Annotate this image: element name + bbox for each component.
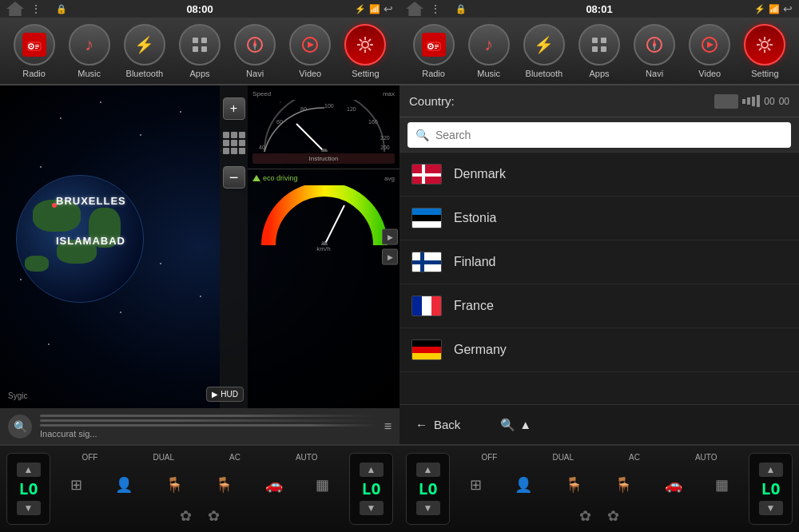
right-nav-item-setting[interactable]: Setting — [743, 24, 787, 78]
right-music-label: Music — [477, 69, 500, 78]
country-controls: 00 00 — [714, 94, 789, 109]
bt-icon: ⚡ — [355, 4, 366, 14]
grid-view-button[interactable] — [223, 132, 245, 154]
right-home-icon[interactable] — [406, 2, 423, 16]
zoom-out-button[interactable]: − — [223, 166, 245, 189]
country-item-germany[interactable]: Germany — [400, 328, 799, 372]
country-label: Country: — [409, 94, 455, 108]
right-seat-right-icon[interactable]: 🪑 — [614, 476, 632, 494]
home-icon[interactable] — [6, 2, 24, 16]
right-vent-icon[interactable]: ▦ — [715, 476, 729, 494]
country-item-finland[interactable]: Finland — [400, 240, 799, 284]
svg-point-2 — [30, 46, 32, 47]
right-right-temp-up-button[interactable]: ▲ — [759, 463, 783, 477]
nav-item-apps[interactable]: Apps — [177, 24, 221, 78]
search-icon: 🔍 — [415, 129, 429, 141]
fan-left-icon[interactable]: ✿ — [180, 507, 192, 525]
signal-text: Inaccurat sig... — [40, 429, 376, 439]
seat-heat-right-icon[interactable]: 🪑 — [215, 476, 233, 494]
hud-ctrl-btn-1[interactable]: ▶ — [382, 229, 398, 245]
defrost-windshield-icon[interactable]: ⊞ — [70, 476, 82, 494]
right-compass-icon — [645, 35, 664, 54]
hud-button[interactable]: ▶ HUD — [206, 387, 244, 402]
search-sort-button[interactable]: 🔍 ▲ — [500, 418, 531, 432]
back-arrow-icon[interactable]: ↩ — [384, 2, 393, 15]
seat-heat-left-icon[interactable]: 🪑 — [165, 476, 183, 494]
left-search-button[interactable]: 🔍 — [8, 415, 32, 439]
right-nav-icon-setting — [744, 24, 785, 66]
menu-button[interactable]: ≡ — [384, 419, 392, 434]
right-fan-left-icon[interactable]: ✿ — [579, 507, 591, 525]
search-sort-icon: 🔍 — [500, 418, 515, 432]
nav-icon-apps — [179, 24, 221, 66]
back-button[interactable]: ← Back — [415, 418, 460, 431]
right-nav-item-music[interactable]: ♪ Music — [467, 24, 511, 78]
gear-icon — [354, 34, 376, 56]
nav-item-radio[interactable]: Radio — [12, 24, 56, 78]
right-dual-label: DUAL — [552, 453, 574, 462]
svg-point-54 — [761, 42, 768, 48]
svg-text:120: 120 — [347, 106, 356, 112]
right-fan-right-icon[interactable]: ✿ — [607, 507, 619, 525]
flag-france — [411, 296, 442, 316]
right-right-temp-down-button[interactable]: ▼ — [759, 501, 783, 515]
left-temp-up-button[interactable]: ▲ — [17, 463, 41, 477]
svg-line-33 — [296, 124, 324, 152]
right-ac-label: AC — [629, 453, 640, 462]
country-name-estonia: Estonia — [454, 211, 496, 225]
nav-item-video[interactable]: Video — [288, 24, 332, 78]
right-climate-controls-area: OFF DUAL AC AUTO ⊞ 👤 🪑 🪑 🚗 ▦ ✿ ✿ — [454, 453, 745, 525]
right-video-icon — [700, 35, 719, 54]
right-left-temp-up-button[interactable]: ▲ — [416, 463, 440, 477]
left-temp-display: ▲ LO ▼ — [6, 453, 50, 525]
right-nav-item-navi[interactable]: Navi — [633, 24, 677, 78]
right-nav-item-apps[interactable]: Apps — [577, 24, 621, 78]
left-status-bar: ⋮ 🔒 08:00 ⚡ 📶 ↩ — [0, 0, 400, 18]
svg-text:60: 60 — [276, 119, 283, 125]
right-car-icon[interactable]: 🚗 — [665, 476, 682, 494]
right-person-icon[interactable]: 👤 — [515, 476, 532, 494]
right-temp-down-button[interactable]: ▼ — [360, 501, 384, 515]
country-item-denmark[interactable]: Denmark — [400, 153, 799, 197]
right-seat-left-icon[interactable]: 🪑 — [565, 476, 582, 494]
speed-section: Speed max 40 60 80 100 120 — [248, 85, 400, 169]
country-item-estonia[interactable]: Estonia — [400, 197, 799, 240]
right-wifi-icon: 📶 — [769, 4, 780, 14]
right-nav-item-video[interactable]: Video — [688, 24, 732, 78]
svg-text:80: 80 — [300, 106, 307, 112]
eco-gauge-area: --- — [252, 185, 395, 245]
search-input-wrapper[interactable]: 🔍 — [407, 122, 791, 148]
grid-dot — [223, 140, 229, 146]
hud-ctrl-btn-2[interactable]: ▶ — [382, 249, 398, 265]
right-defrost-icon[interactable]: ⊞ — [470, 476, 482, 494]
svg-rect-7 — [201, 38, 207, 43]
svg-line-24 — [360, 48, 362, 50]
zoom-in-button[interactable]: + — [223, 97, 245, 120]
signal-area: Inaccurat sig... — [40, 415, 376, 439]
speed-text: Speed — [252, 90, 271, 97]
country-header: Country: 00 00 — [400, 85, 799, 117]
right-temp-up-button[interactable]: ▲ — [360, 463, 384, 477]
right-nav-item-radio[interactable]: Radio — [411, 24, 455, 78]
person-icon[interactable]: 👤 — [115, 476, 133, 494]
nav-icon-music: ♪ — [69, 24, 110, 66]
left-temp-down-button[interactable]: ▼ — [17, 501, 41, 515]
right-left-temp-down-button[interactable]: ▼ — [416, 501, 440, 515]
nav-item-setting[interactable]: Setting — [344, 24, 388, 78]
nav-item-navi[interactable]: Navi — [233, 24, 277, 78]
eco-label-area: eco driving avg — [252, 174, 395, 182]
search-input[interactable] — [435, 129, 783, 141]
right-nav-icon-music: ♪ — [468, 24, 510, 66]
nav-item-bluetooth[interactable]: ⚡ Bluetooth — [122, 24, 166, 78]
right-back-arrow-icon[interactable]: ↩ — [783, 2, 793, 15]
fan-right-icon[interactable]: ✿ — [208, 507, 220, 525]
car-icon[interactable]: 🚗 — [265, 476, 283, 494]
vent-icon[interactable]: ▦ — [316, 476, 329, 494]
germany-red — [412, 347, 441, 353]
signal-bar-3 — [40, 424, 376, 427]
country-item-france[interactable]: France — [400, 284, 799, 328]
nav-item-music[interactable]: ♪ Music — [67, 24, 111, 78]
right-nav-item-bluetooth[interactable]: ⚡ Bluetooth — [522, 24, 566, 78]
radio-icon — [22, 33, 46, 57]
globe-visualization: BRUXELLES ISLAMABAD — [16, 175, 160, 319]
